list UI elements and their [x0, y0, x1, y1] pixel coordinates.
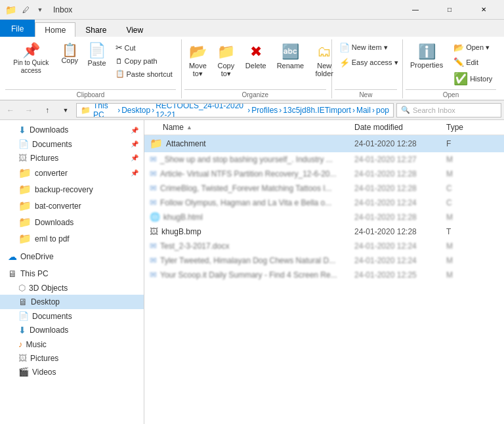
- copy-path-button[interactable]: 🗒 Copy path: [112, 55, 176, 67]
- sidebar-item-music[interactable]: ♪ Music: [0, 337, 144, 351]
- sidebar-item-downloads-3[interactable]: ⬇ Downloads: [0, 323, 144, 337]
- sidebar-item-pictures-2[interactable]: 🖼 Pictures: [0, 351, 144, 365]
- table-row[interactable]: ✉ Test_2-3-2017.docx 24-01-2020 12:24 M: [144, 239, 504, 253]
- file-row-type-0: F: [446, 139, 499, 148]
- pictures-icon-1: 🖼: [18, 153, 27, 163]
- sidebar-item-downloads-2[interactable]: 📁 Downloads: [0, 214, 144, 230]
- new-item-button[interactable]: 📄 New item ▾: [335, 41, 392, 54]
- move-to-button[interactable]: 📂 Move to▾: [184, 41, 211, 81]
- file-row-date-6: 24-01-2020 12:28: [354, 227, 446, 236]
- address-bar: ← → ↑ ▼ 📁 This PC › Desktop › RECTOOLS_2…: [0, 100, 504, 120]
- file-row-name: ✉ Tyler Tweeted, Himalayan Dog Chews Nat…: [144, 255, 354, 265]
- tab-file[interactable]: File: [0, 20, 35, 37]
- table-row[interactable]: ✉ Your Scoop.it Daily Summary - Find 4 S…: [144, 268, 504, 282]
- sidebar-label-music: Music: [26, 340, 47, 349]
- sidebar-label-videos: Videos: [32, 368, 56, 377]
- col-date[interactable]: Date modified: [354, 123, 446, 132]
- table-row[interactable]: ✉ Tyler Tweeted, Himalayan Dog Chews Nat…: [144, 253, 504, 268]
- rename-button[interactable]: 🔤 Rename: [272, 41, 309, 72]
- col-name[interactable]: Name ▲: [144, 123, 354, 132]
- edit-button[interactable]: ✏️ Edit: [449, 55, 497, 69]
- sidebar-item-desktop[interactable]: 🖥 Desktop: [0, 295, 144, 309]
- titlebar-folder-icon: 📁: [5, 5, 16, 15]
- path-ietimport[interactable]: 13c5jd8h.IETimport: [283, 106, 351, 115]
- tab-share[interactable]: Share: [75, 22, 116, 37]
- file-row-type-1: M: [446, 155, 499, 164]
- sidebar-item-backup[interactable]: 📁 backup-recovery: [0, 181, 144, 198]
- file-row-date-4: 24-01-2020 12:24: [354, 198, 446, 207]
- documents-icon-1: 📄: [18, 139, 29, 149]
- properties-icon: ℹ️: [418, 43, 436, 60]
- row-email-icon-9: ✉: [150, 270, 157, 280]
- sidebar-label-downloads-2: Downloads: [35, 218, 74, 227]
- sidebar-item-pictures-1[interactable]: 🖼 Pictures 📌: [0, 151, 144, 165]
- 3dobjects-icon: ⬡: [18, 283, 26, 293]
- sidebar-item-bat[interactable]: 📁 bat-converter: [0, 198, 144, 214]
- address-path[interactable]: 📁 This PC › Desktop › RECTOOLS_24-01-202…: [76, 103, 394, 117]
- table-row[interactable]: 📁 Attachment 24-01-2020 12:28 F: [144, 135, 504, 152]
- open-button[interactable]: 📂 Open ▾: [449, 41, 497, 54]
- row-label-8: Tyler Tweeted, Himalayan Dog Chews Natur…: [160, 256, 335, 265]
- sidebar-item-documents-2[interactable]: 📄 Documents: [0, 309, 144, 323]
- pin-indicator: 📌: [131, 127, 138, 134]
- sidebar-item-documents-1[interactable]: 📄 Documents 📌: [0, 137, 144, 151]
- sidebar-item-converter[interactable]: 📁 converter 📌: [0, 165, 144, 181]
- history-button[interactable]: ✅ History: [449, 70, 497, 88]
- sidebar-item-onedrive[interactable]: ☁ OneDrive: [0, 249, 144, 264]
- file-row-date-7: 24-01-2020 12:24: [354, 242, 446, 251]
- delete-button[interactable]: ✖ Delete: [241, 41, 271, 72]
- paste-button[interactable]: 📄 Paste: [83, 41, 110, 70]
- path-profiles[interactable]: Profiles: [251, 106, 278, 115]
- properties-button[interactable]: ℹ️ Properties: [406, 41, 448, 72]
- table-row[interactable]: ✉ Follow Olympus, Hagman and La Vita e B…: [144, 196, 504, 210]
- ribbon-group-organize: 📂 Move to▾ 📁 Copy to▾ ✖ Delete 🔤 Rename …: [182, 39, 332, 98]
- sidebar-item-thispc[interactable]: 🖥 This PC: [0, 266, 144, 281]
- cut-icon: ✂: [116, 43, 123, 53]
- path-mail[interactable]: Mail: [356, 106, 371, 115]
- ribbon-group-clipboard: 📌 Pin to Quick access 📋 Copy 📄 Paste: [3, 39, 182, 98]
- tab-view[interactable]: View: [116, 22, 153, 37]
- sidebar-label-pictures-2: Pictures: [30, 354, 58, 363]
- pin-to-quick-access-button[interactable]: 📌 Pin to Quick access: [5, 41, 56, 77]
- main-area: ⬇ Downloads 📌 📄 Documents 📌 🖼 Pictures 📌…: [0, 120, 504, 424]
- file-row-date-8: 24-01-2020 12:24: [354, 256, 446, 265]
- close-button[interactable]: ✕: [469, 0, 499, 20]
- maximize-button[interactable]: □: [434, 0, 465, 20]
- file-row-type-7: M: [446, 242, 499, 251]
- sidebar-item-videos[interactable]: 🎬 Videos: [0, 365, 144, 379]
- table-row[interactable]: ✉ _Show up and stop bashing yourself_. I…: [144, 152, 504, 167]
- tab-home[interactable]: Home: [35, 22, 75, 37]
- table-row[interactable]: 🌐 khugB.html 24-01-2020 12:28 M: [144, 210, 504, 224]
- up-button[interactable]: ↑: [39, 102, 55, 118]
- row-label-0: Attachment: [166, 139, 206, 148]
- file-row-name: ✉ Article- Virtual NTFS Partition Recove…: [144, 169, 354, 179]
- easy-access-button[interactable]: ⚡ Easy access ▾: [335, 56, 403, 70]
- back-button[interactable]: ←: [3, 102, 18, 118]
- row-bmp-icon-6: 🖼: [150, 226, 158, 236]
- table-row[interactable]: ✉ Article- Virtual NTFS Partition Recove…: [144, 167, 504, 181]
- minimize-button[interactable]: —: [400, 0, 430, 20]
- copy-to-button[interactable]: 📁 Copy to▾: [213, 41, 240, 81]
- copy-button[interactable]: 📋 Copy: [58, 41, 81, 67]
- copy-path-icon: 🗒: [116, 57, 123, 65]
- path-folder-icon: 📁: [81, 106, 91, 115]
- table-row[interactable]: ✉ CrimeBlog, Twisted_Forever Matching Ta…: [144, 181, 504, 196]
- col-type[interactable]: Type: [446, 123, 499, 132]
- path-this-pc[interactable]: This PC: [93, 103, 116, 117]
- sidebar-label-onedrive: OneDrive: [20, 252, 54, 261]
- recent-locations-button[interactable]: ▼: [58, 102, 74, 118]
- paste-shortcut-button[interactable]: 📋 Paste shortcut: [112, 68, 176, 80]
- sidebar-item-downloads-1[interactable]: ⬇ Downloads 📌: [0, 123, 144, 137]
- rename-icon: 🔤: [282, 43, 299, 60]
- sidebar-item-3dobjects[interactable]: ⬡ 3D Objects: [0, 281, 144, 295]
- forward-button[interactable]: →: [21, 102, 37, 118]
- path-rectools[interactable]: RECTOOLS_24-01-2020 12-21: [156, 103, 246, 117]
- table-row[interactable]: 🖼 khugB.bmp 24-01-2020 12:28 T: [144, 224, 504, 239]
- cut-button[interactable]: ✂ Cut: [112, 41, 176, 54]
- path-desktop[interactable]: Desktop: [121, 106, 150, 115]
- file-row-date-1: 24-01-2020 12:27: [354, 155, 446, 164]
- path-pop[interactable]: pop: [376, 106, 389, 115]
- file-row-type-8: M: [446, 256, 499, 265]
- search-box[interactable]: 🔍 Search Inbox: [396, 103, 501, 117]
- sidebar-item-eml[interactable]: 📁 eml to pdf: [0, 230, 144, 247]
